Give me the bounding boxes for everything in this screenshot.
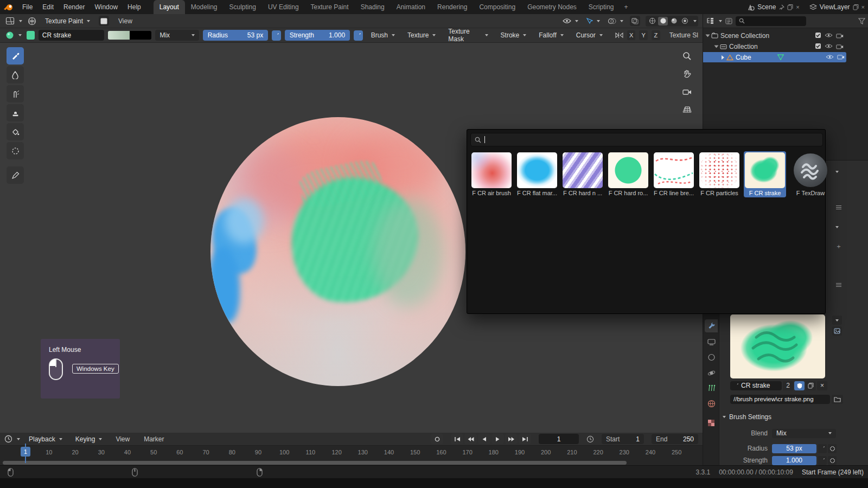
shading-wireframe-button[interactable] [647, 17, 657, 25]
scene-name[interactable]: Scene [757, 3, 776, 11]
menu-help[interactable]: Help [123, 3, 146, 11]
image-path-field[interactable]: //brush preview\cr strake.png [730, 395, 830, 404]
tool-annotate-button[interactable] [7, 166, 24, 184]
play-button[interactable] [492, 434, 504, 444]
panel-chevron-icon[interactable] [835, 167, 839, 175]
radius-slider[interactable]: Radius 53 px [203, 30, 268, 41]
tool-draw-button[interactable] [7, 47, 24, 65]
mirror-y-toggle[interactable]: Y [639, 30, 648, 40]
timeline-scrollbar[interactable] [3, 461, 627, 465]
primary-color-swatch[interactable] [108, 31, 130, 40]
eye-icon[interactable] [826, 54, 834, 60]
properties-tab-physics[interactable] [705, 367, 718, 380]
workspace-tab-uv-editing[interactable]: UV Editing [262, 0, 305, 14]
pan-hand-icon[interactable] [680, 67, 693, 80]
workspace-tab-modeling[interactable]: Modeling [185, 0, 224, 14]
blend-dropdown[interactable]: Mix [772, 429, 836, 438]
secondary-color-swatch[interactable] [130, 31, 151, 40]
falloff-popover[interactable]: Falloff [534, 30, 567, 41]
radius-pressure-toggle[interactable] [272, 30, 281, 41]
workspace-tab-scripting[interactable]: Scripting [583, 0, 620, 14]
viewlayer-name[interactable]: ViewLayer [820, 3, 850, 11]
eye-icon[interactable] [825, 43, 833, 49]
shading-material-button[interactable] [669, 17, 679, 25]
menu-render[interactable]: Render [59, 3, 90, 11]
playhead[interactable]: 1 [21, 447, 30, 457]
start-frame-field[interactable]: Start 1 [602, 434, 644, 444]
strength-animate-icon[interactable] [828, 456, 837, 465]
radius-animate-icon[interactable] [828, 444, 837, 453]
brush-item-strake-selected[interactable]: F CR strake [744, 151, 786, 197]
radius-pressure-icon[interactable] [818, 444, 827, 453]
workspace-tab-texture-paint[interactable]: Texture Paint [305, 0, 355, 14]
scene-icon[interactable] [746, 4, 755, 11]
strength-pressure-icon[interactable] [818, 456, 827, 465]
next-keyframe-button[interactable] [505, 434, 518, 444]
fake-user-shield-toggle[interactable] [794, 381, 805, 390]
blend-mode-dropdown[interactable]: Mix [155, 30, 199, 41]
timeline-view-menu[interactable]: View [111, 435, 135, 443]
brush-selector-dropdown[interactable] [4, 30, 23, 41]
mirror-z-toggle[interactable]: Z [652, 30, 660, 40]
overlays-dropdown[interactable] [607, 16, 624, 27]
checkbox-icon[interactable] [815, 43, 821, 49]
viewlayer-icon[interactable] [809, 4, 817, 10]
brush-id-name-field[interactable]: CR strake [730, 381, 782, 390]
menu-edit[interactable]: Edit [37, 3, 59, 11]
copy-brush-icon[interactable] [806, 381, 816, 390]
painted-sphere[interactable] [210, 117, 465, 386]
texture-slot-image-icon[interactable] [99, 16, 109, 26]
shading-dropdown-chevron[interactable] [693, 20, 697, 22]
camera-icon[interactable] [836, 33, 844, 38]
view-menu[interactable]: View [113, 17, 137, 25]
zoom-icon[interactable] [680, 49, 693, 62]
brush-preview-image[interactable] [730, 314, 825, 378]
panel-plus-icon[interactable]: ＋ [835, 242, 842, 251]
brush-name-field[interactable]: CR strake [39, 30, 105, 41]
menu-window[interactable]: Window [90, 3, 123, 11]
scene-unlink-icon[interactable]: × [796, 4, 799, 10]
tool-smear-button[interactable] [7, 85, 24, 102]
end-frame-field[interactable]: End 250 [652, 434, 698, 444]
brush-item-flat-marker[interactable]: F CR flat mar... [516, 151, 558, 197]
eye-icon[interactable] [825, 33, 833, 38]
viewlayer-copy-icon[interactable] [853, 4, 859, 10]
scene-copy-icon[interactable] [787, 4, 793, 10]
viewlayer-unlink-icon[interactable]: × [861, 4, 865, 10]
ortho-grid-icon[interactable] [680, 103, 693, 116]
mirror-x-toggle[interactable]: X [627, 30, 636, 40]
brush-search-box[interactable] [470, 133, 823, 146]
users-count-button[interactable]: 2 [783, 381, 793, 390]
visibility-dropdown[interactable] [561, 16, 579, 27]
tool-clone-button[interactable] [7, 104, 24, 121]
timeline-editor-dropdown[interactable] [4, 434, 20, 445]
auto-keyframe-toggle[interactable] [431, 434, 443, 444]
panel-menu-icon[interactable] [835, 205, 842, 210]
outliner-editor-dropdown[interactable] [706, 16, 722, 27]
texture-popover[interactable]: Texture [403, 30, 440, 41]
outliner-filter-icon[interactable] [725, 18, 732, 24]
camera-icon[interactable] [836, 43, 844, 49]
brush-settings-panel-header[interactable]: Brush Settings [703, 412, 868, 422]
gizmo-dropdown[interactable] [585, 16, 601, 27]
properties-tab-tool[interactable] [705, 319, 718, 332]
tool-soften-button[interactable] [7, 66, 24, 84]
stroke-popover[interactable]: Stroke [496, 30, 531, 41]
strength-slider[interactable]: Strength 1.000 [285, 30, 350, 41]
current-frame-field[interactable]: 1 [539, 434, 579, 444]
workspace-tab-sculpting[interactable]: Sculpting [224, 0, 262, 14]
checkbox-icon[interactable] [815, 32, 821, 38]
brush-item-particles[interactable]: F CR particles [698, 151, 741, 197]
jump-to-start-button[interactable] [451, 434, 463, 444]
properties-tab-render[interactable] [705, 335, 718, 348]
brush-popover[interactable]: Brush [367, 30, 399, 41]
workspace-tab-geometry-nodes[interactable]: Geometry Nodes [521, 0, 583, 14]
brush-search-input[interactable] [488, 136, 819, 144]
camera-icon[interactable] [837, 54, 845, 60]
strength-pressure-toggle[interactable] [354, 30, 363, 41]
play-reverse-button[interactable] [478, 434, 490, 444]
cursor-popover[interactable]: Cursor [572, 30, 607, 41]
texture-mask-popover[interactable]: Texture Mask [444, 30, 492, 41]
workspace-tab-layout[interactable]: Layout [154, 0, 185, 14]
brush-item-air-brush[interactable]: F CR air brush [470, 151, 513, 197]
